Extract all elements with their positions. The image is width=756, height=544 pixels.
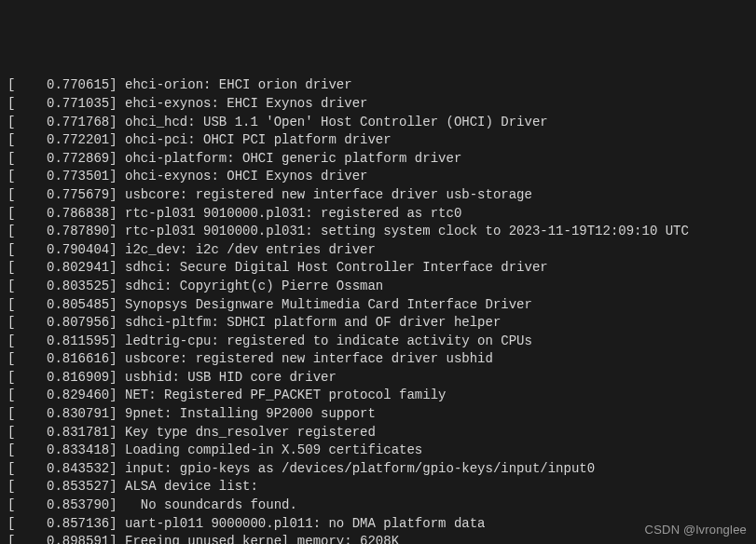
log-line: [ 0.816909] usbhid: USB HID core driver xyxy=(7,369,749,388)
log-line: [ 0.775679] usbcore: registered new inte… xyxy=(7,186,749,205)
log-line: [ 0.772201] ohci-pci: OHCI PCI platform … xyxy=(7,131,749,150)
log-line: [ 0.816616] usbcore: registered new inte… xyxy=(7,350,749,369)
watermark: CSDN @lvronglee xyxy=(645,522,747,538)
log-line: [ 0.830791] 9pnet: Installing 9P2000 sup… xyxy=(7,405,749,424)
log-line: [ 0.786838] rtc-pl031 9010000.pl031: reg… xyxy=(7,205,749,224)
log-line: [ 0.853527] ALSA device list: xyxy=(7,478,749,496)
log-line: [ 0.831781] Key type dns_resolver regist… xyxy=(7,424,749,442)
log-line: [ 0.787890] rtc-pl031 9010000.pl031: set… xyxy=(7,223,749,241)
log-line: [ 0.833418] Loading compiled-in X.509 ce… xyxy=(7,442,749,460)
log-line: [ 0.790404] i2c_dev: i2c /dev entries dr… xyxy=(7,241,749,260)
log-line: [ 0.805485] Synopsys Designware Multimed… xyxy=(7,296,749,315)
log-line: [ 0.843532] input: gpio-keys as /devices… xyxy=(7,460,749,479)
log-line: [ 0.803525] sdhci: Copyright(c) Pierre O… xyxy=(7,278,749,296)
terminal-output: [ 0.770615] ehci-orion: EHCI orion drive… xyxy=(7,76,749,544)
log-line: [ 0.829460] NET: Registered PF_PACKET pr… xyxy=(7,387,749,405)
log-line: [ 0.773501] ohci-exynos: OHCI Exynos dri… xyxy=(7,168,749,186)
log-line: [ 0.853790] No soundcards found. xyxy=(7,496,749,515)
log-line: [ 0.771768] ohci_hcd: USB 1.1 'Open' Hos… xyxy=(7,114,749,132)
log-line: [ 0.857136] uart-pl011 9000000.pl011: no… xyxy=(7,515,749,534)
log-line: [ 0.771035] ehci-exynos: EHCI Exynos dri… xyxy=(7,95,749,114)
log-line: [ 0.802941] sdhci: Secure Digital Host C… xyxy=(7,259,749,278)
log-line: [ 0.898591] Freeing unused kernel memory… xyxy=(7,533,749,544)
log-line: [ 0.770615] ehci-orion: EHCI orion drive… xyxy=(7,76,749,95)
log-line: [ 0.772869] ohci-platform: OHCI generic … xyxy=(7,150,749,169)
log-line: [ 0.811595] ledtrig-cpu: registered to i… xyxy=(7,333,749,351)
log-line: [ 0.807956] sdhci-pltfm: SDHCI platform … xyxy=(7,314,749,333)
